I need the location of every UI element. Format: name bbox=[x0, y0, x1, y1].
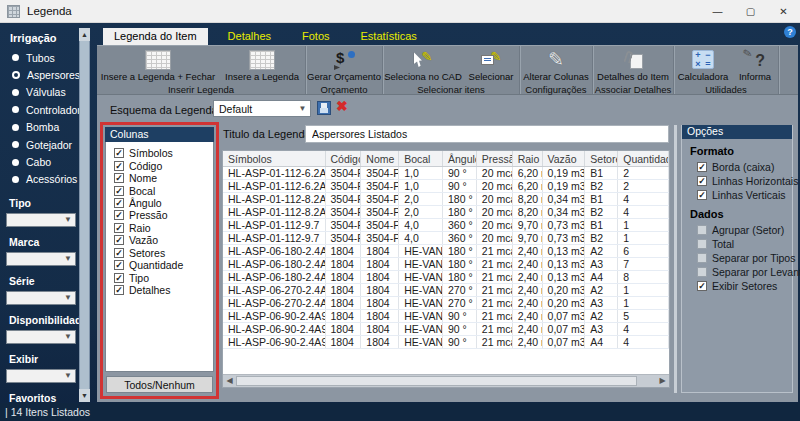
table-row[interactable]: HL-ASP-06-270-2.4A270.018041804HE-VAN 08… bbox=[223, 284, 669, 297]
tab-estatísticas[interactable]: Estatísticas bbox=[350, 28, 428, 45]
scroll-up-icon[interactable]: ▲ bbox=[79, 28, 90, 41]
informa-button[interactable]: ?✎Informa bbox=[732, 46, 778, 84]
table-cell: 0,34 m3/h bbox=[543, 193, 586, 205]
close-button[interactable]: ✕ bbox=[767, 0, 800, 23]
filter-select[interactable]: ▼ bbox=[6, 291, 76, 305]
option-checkbox-linhas-horizontais[interactable]: ✓Linhas Horizontais bbox=[682, 174, 792, 188]
column-checkbox-quantidade[interactable]: ✓Quantidade bbox=[106, 259, 213, 271]
table-row[interactable]: HL-ASP-01-112-8.2A180.03504-PC3504-PC2,0… bbox=[223, 206, 669, 219]
column-header-código[interactable]: Código bbox=[326, 151, 362, 166]
column-checkbox-detalhes[interactable]: ✓Detalhes bbox=[106, 284, 213, 296]
table-cell: 20 mca bbox=[477, 232, 513, 244]
table-row[interactable]: HL-ASP-06-180-2.4A180.018041804HE-VAN 08… bbox=[223, 271, 669, 284]
delete-scheme-icon[interactable]: ✖ bbox=[336, 98, 348, 114]
budget-icon: $ bbox=[333, 48, 355, 71]
sidebar-item-controladores[interactable]: Controladores bbox=[2, 101, 78, 118]
column-checkbox-bocal[interactable]: ✓Bocal bbox=[106, 184, 213, 196]
chevron-down-icon[interactable]: ▼ bbox=[62, 214, 74, 226]
column-header-quantidade[interactable]: Quantidade bbox=[618, 151, 669, 166]
sidebar-item-acessórios[interactable]: Acessórios bbox=[2, 171, 78, 188]
table-cell: HE-VAN 08 bbox=[399, 271, 443, 283]
scroll-right-icon[interactable]: ▶ bbox=[656, 375, 669, 387]
table-row[interactable]: HL-ASP-01-112-9.73504-PC3504-PC4,0360 °2… bbox=[223, 219, 669, 232]
column-checkbox-setores[interactable]: ✓Setores bbox=[106, 247, 213, 259]
column-checkbox-símbolos[interactable]: ✓Símbolos bbox=[106, 147, 213, 159]
scroll-down-icon[interactable]: ▼ bbox=[79, 389, 90, 402]
table-row[interactable]: HL-ASP-06-270-2.4A270.018041804HE-VAN 08… bbox=[223, 297, 669, 310]
option-checkbox-separar-por-levantan[interactable]: Separar por Levantan bbox=[682, 265, 792, 279]
filter-select[interactable]: ▼ bbox=[6, 252, 76, 266]
table-row[interactable]: HL-ASP-01-112-6.2A90.03504-PC3504-PC1,09… bbox=[223, 180, 669, 193]
sidebar-item-válvulas[interactable]: Válvulas bbox=[2, 84, 78, 101]
column-header-setores[interactable]: Setores bbox=[585, 151, 618, 166]
column-header-nome[interactable]: Nome bbox=[361, 151, 399, 166]
tab-legenda-do-item[interactable]: Legenda do Item bbox=[103, 28, 208, 45]
column-header-símbolos[interactable]: Símbolos bbox=[223, 151, 326, 166]
table-row[interactable]: HL-ASP-01-112-6.2A90.03504-PC3504-PC1,09… bbox=[223, 167, 669, 180]
option-checkbox-borda-caixa-[interactable]: ✓Borda (caixa) bbox=[682, 160, 792, 174]
selecionar-button[interactable]: ✎Selecionar bbox=[463, 46, 519, 84]
chevron-down-icon[interactable]: ▼ bbox=[62, 331, 74, 343]
scroll-left-icon[interactable]: ◀ bbox=[223, 375, 236, 387]
column-header-ângulo[interactable]: Ângulo bbox=[443, 151, 477, 166]
option-checkbox-exibir-setores[interactable]: ✓Exibir Setores bbox=[682, 279, 792, 293]
chevron-down-icon[interactable]: ▼ bbox=[62, 292, 74, 304]
column-checkbox-raio[interactable]: ✓Raio bbox=[106, 222, 213, 234]
chevron-down-icon[interactable]: ▼ bbox=[62, 253, 74, 265]
hscrollbar-thumb[interactable] bbox=[236, 376, 637, 386]
table-cell: 1 bbox=[618, 219, 669, 231]
sidebar-item-gotejador[interactable]: Gotejador bbox=[2, 136, 78, 153]
alterar-colunas-button[interactable]: ✎Alterar Colunas bbox=[520, 46, 592, 84]
table-row[interactable]: HL-ASP-06-90-2.4A90.018041804HE-VAN 0890… bbox=[223, 323, 669, 336]
legend-title-input[interactable] bbox=[305, 125, 669, 143]
save-scheme-icon[interactable] bbox=[317, 101, 331, 115]
column-checkbox-tipo[interactable]: ✓Tipo bbox=[106, 271, 213, 283]
column-header-pressão[interactable]: Pressão bbox=[477, 151, 513, 166]
table-row[interactable]: HL-ASP-06-180-2.4A180.018041804HE-VAN 08… bbox=[223, 258, 669, 271]
option-checkbox-separar-por-tipos[interactable]: Separar por Tipos bbox=[682, 251, 792, 265]
tab-fotos[interactable]: Fotos bbox=[291, 28, 341, 45]
chevron-down-icon[interactable]: ▼ bbox=[62, 370, 74, 382]
column-checkbox-nome[interactable]: ✓Nome bbox=[106, 172, 213, 184]
minimize-button[interactable]: — bbox=[701, 0, 734, 23]
table-row[interactable]: HL-ASP-01-112-9.73504-PC3504-PC4,0360 °2… bbox=[223, 232, 669, 245]
table-hscrollbar[interactable]: ◀ ▶ bbox=[223, 374, 669, 387]
ribbon-button-label: Selecionar bbox=[469, 71, 514, 82]
option-checkbox-linhas-verticais[interactable]: ✓Linhas Verticais bbox=[682, 188, 792, 202]
insere-a-legenda-fechar-button[interactable]: Insere a Legenda + Fechar bbox=[97, 46, 219, 84]
column-checkbox-vazão[interactable]: ✓Vazão bbox=[106, 234, 213, 246]
column-header-bocal[interactable]: Bocal bbox=[399, 151, 443, 166]
detalhes-do-item-button[interactable]: Detalhes do Item bbox=[593, 46, 673, 84]
table-row[interactable]: HL-ASP-06-90-2.4A90.018041804HE-VAN 0890… bbox=[223, 310, 669, 323]
table-row[interactable]: HL-ASP-06-90-2.4A90.018041804HE-VAN 0890… bbox=[223, 336, 669, 349]
tab-detalhes[interactable]: Detalhes bbox=[217, 28, 282, 45]
table-cell: 180 ° bbox=[443, 271, 477, 283]
column-checkbox-código[interactable]: ✓Código bbox=[106, 159, 213, 171]
sidebar-item-tubos[interactable]: Tubos bbox=[2, 49, 78, 66]
todos-nenhum-button[interactable]: Todos/Nenhum bbox=[106, 376, 213, 393]
sidebar-item-aspersores[interactable]: Aspersores bbox=[2, 66, 78, 83]
scrollbar-thumb[interactable] bbox=[80, 41, 89, 389]
scheme-select[interactable]: Default ▼ bbox=[213, 100, 311, 117]
calculadora-button[interactable]: +−×=Calculadora bbox=[674, 46, 732, 84]
filter-select[interactable]: ▼ bbox=[6, 369, 76, 383]
chevron-down-icon[interactable]: ▼ bbox=[296, 102, 309, 115]
gerar-or-amento-button[interactable]: $Gerar Orçamento bbox=[306, 46, 382, 84]
checkbox-label: Separar por Levantan bbox=[712, 266, 800, 278]
sidebar-scrollbar[interactable]: ▲ ▼ bbox=[79, 28, 90, 402]
filter-select[interactable]: ▼ bbox=[6, 213, 76, 227]
maximize-button[interactable]: ▢ bbox=[734, 0, 767, 23]
seleciona-no-cad-button[interactable]: ✎Seleciona no CAD bbox=[383, 46, 463, 84]
table-row[interactable]: HL-ASP-06-180-2.4A180.018041804HE-VAN 08… bbox=[223, 245, 669, 258]
option-checkbox-agrupar-setor-[interactable]: Agrupar (Setor) bbox=[682, 223, 792, 237]
filter-select[interactable]: ▼ bbox=[6, 330, 76, 344]
column-checkbox-ângulo[interactable]: ✓Ângulo bbox=[106, 197, 213, 209]
option-checkbox-total[interactable]: Total bbox=[682, 237, 792, 251]
column-checkbox-pressão[interactable]: ✓Pressão bbox=[106, 209, 213, 221]
column-header-vazão[interactable]: Vazão bbox=[543, 151, 586, 166]
sidebar-item-bomba[interactable]: Bomba bbox=[2, 119, 78, 136]
table-row[interactable]: HL-ASP-01-112-8.2A180.03504-PC3504-PC2,0… bbox=[223, 193, 669, 206]
sidebar-item-cabo[interactable]: Cabo bbox=[2, 153, 78, 170]
column-header-raio[interactable]: Raio bbox=[513, 151, 543, 166]
insere-a-legenda-button[interactable]: Insere a Legenda bbox=[219, 46, 305, 84]
